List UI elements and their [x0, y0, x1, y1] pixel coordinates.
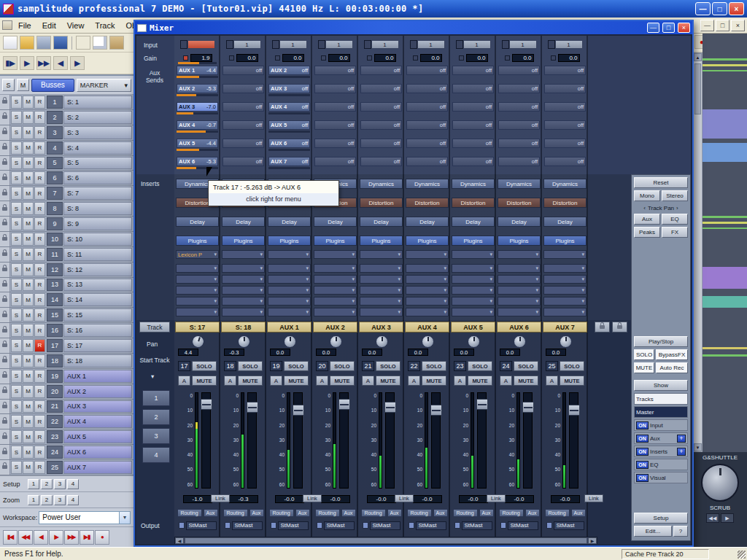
track-solo-button[interactable]: S — [11, 248, 22, 261]
insert-distortion-button[interactable]: Distortion — [360, 198, 403, 208]
output-selector[interactable]: StMast — [358, 520, 404, 531]
chevron-down-icon[interactable]: ▾ — [444, 265, 446, 271]
routing-button[interactable]: Routing — [407, 509, 432, 517]
track-record-button[interactable]: R — [34, 248, 45, 261]
track-name[interactable]: AUX 4 — [63, 415, 132, 428]
child-close-button[interactable]: × — [731, 20, 745, 31]
range-play-icon[interactable]: ▶ — [70, 56, 85, 70]
aux-send[interactable]: off — [220, 101, 266, 117]
lock-icon[interactable] — [0, 141, 10, 155]
track-mute-button[interactable]: M — [23, 370, 34, 383]
stop-icon[interactable]: ◀ — [53, 56, 68, 70]
plugin-slot[interactable]: ▾ — [406, 250, 449, 259]
lock-icon[interactable] — [612, 322, 627, 332]
insert-dynamics-button[interactable]: Dynamics — [452, 179, 495, 189]
solo-button[interactable]: SOLO — [560, 361, 584, 371]
plugin-slot[interactable]: ▾ — [176, 286, 219, 295]
aux-send[interactable]: off — [496, 83, 542, 98]
pan-knob[interactable]: 0.0 — [542, 335, 588, 357]
plugin-slot[interactable]: ▾ — [268, 250, 311, 259]
mute-button[interactable]: MUTE — [514, 376, 538, 386]
setup-preset-button[interactable]: 4 — [67, 479, 79, 489]
insert-plugins-button[interactable]: Plugins — [406, 236, 449, 246]
chevron-down-icon[interactable]: ▾ — [214, 309, 217, 315]
chevron-down-icon[interactable]: ▾ — [260, 287, 263, 293]
setup-preset-button[interactable]: 3 — [54, 479, 66, 489]
eq-view-button[interactable]: EQ — [662, 214, 688, 225]
track-solo-button[interactable]: S — [11, 400, 22, 413]
gain-field[interactable]: 0.0 — [358, 52, 404, 63]
lock-icon[interactable] — [0, 156, 10, 171]
aux-send[interactable]: AUX 3off — [266, 83, 312, 98]
track-record-button[interactable]: R — [34, 96, 45, 109]
mute-button[interactable]: MUTE — [376, 376, 400, 386]
insert-delay-button[interactable]: Delay — [268, 217, 311, 227]
insert-delay-button[interactable]: Delay — [222, 217, 265, 227]
minimize-button[interactable]: — — [695, 2, 711, 15]
track-record-button[interactable]: R — [34, 157, 45, 170]
step-back-button[interactable]: ◀ — [34, 530, 48, 545]
input-selector[interactable]: 1 — [404, 39, 450, 50]
show-item-master[interactable]: Master — [634, 406, 688, 418]
plugin-slot[interactable]: ▾ — [452, 275, 495, 284]
chevron-down-icon[interactable]: ▾ — [398, 265, 400, 271]
chevron-down-icon[interactable]: ▾ — [306, 276, 309, 282]
solo-button[interactable]: SOLO — [238, 361, 263, 371]
track-mute-button[interactable]: M — [23, 430, 34, 443]
dropdown-arrow-icon[interactable] — [180, 40, 187, 49]
aux-send[interactable]: AUX 2-5.3 — [174, 83, 220, 98]
chevron-down-icon[interactable]: ▾ — [260, 276, 263, 282]
plugin-slot[interactable]: ▾ — [543, 286, 587, 295]
channel-fader[interactable]: 0102030405060 — [358, 390, 404, 492]
plugin-slot[interactable]: ▾ — [314, 264, 357, 273]
plugin-slot[interactable]: ▾ — [176, 275, 219, 284]
link-button[interactable]: Link — [487, 494, 506, 502]
mute-all-button[interactable]: M — [17, 79, 29, 91]
automation-button[interactable]: A — [270, 376, 282, 386]
plugin-slot[interactable]: ▾ — [543, 275, 587, 284]
aux-send[interactable]: off — [404, 83, 450, 98]
link-button[interactable]: Link — [211, 494, 230, 502]
lock-icon[interactable] — [0, 217, 10, 231]
chevron-down-icon[interactable]: ▾ — [306, 252, 309, 257]
aux-send[interactable]: off — [312, 120, 358, 135]
plugin-slot[interactable]: ▾ — [406, 264, 449, 273]
plugin-slot[interactable]: ▾ — [498, 308, 541, 316]
routing-button[interactable]: Routing — [269, 509, 294, 517]
chevron-down-icon[interactable]: ▾ — [214, 265, 217, 271]
workspace-select[interactable]: Power User ▾ — [39, 511, 131, 524]
track-mute-button[interactable]: M — [23, 202, 34, 215]
gain-field[interactable]: 0.0 — [220, 52, 266, 63]
plugin-slot[interactable]: ▾ — [314, 308, 357, 316]
channel-fader[interactable]: 0102030405060 — [266, 390, 312, 492]
mixer-close-button[interactable]: × — [678, 23, 690, 33]
channel-fader[interactable]: 0102030405060 — [220, 390, 266, 492]
track-mute-button[interactable]: M — [23, 308, 34, 322]
dropdown-arrow-icon[interactable] — [364, 40, 371, 49]
insert-dynamics-button[interactable]: Dynamics — [360, 179, 403, 189]
chevron-down-icon[interactable]: ▾ — [535, 265, 538, 271]
track-name[interactable]: AUX 5 — [63, 430, 132, 443]
pan-knob[interactable]: 0.0 — [312, 335, 358, 357]
scroll-left-icon[interactable]: ◀ — [175, 537, 184, 544]
aux-button[interactable]: Aux — [387, 509, 402, 517]
mixer-titlebar[interactable]: Mixer — □ × — [135, 21, 692, 34]
child-minimize-button[interactable]: — — [700, 20, 714, 31]
cut-icon[interactable] — [76, 36, 90, 50]
show-item-eq[interactable]: ONEQ — [634, 459, 688, 470]
channel-fader[interactable]: 0102030405060 — [450, 390, 496, 492]
track-record-button[interactable]: R — [34, 385, 45, 398]
track-solo-button[interactable]: S — [11, 111, 22, 124]
mixer-preset-button[interactable]: 2 — [142, 409, 170, 425]
insert-distortion-button[interactable]: Distortion — [543, 198, 587, 208]
aux-button[interactable]: Aux — [571, 509, 586, 517]
track-name[interactable]: S: 3 — [63, 126, 132, 139]
track-mute-button[interactable]: M — [23, 461, 34, 474]
track-name[interactable]: AUX 7 — [63, 461, 132, 474]
solo-button[interactable]: SOLO — [514, 361, 538, 371]
track-solo-button[interactable]: S — [11, 202, 22, 215]
fader-handle[interactable] — [384, 402, 396, 413]
unlock-icon[interactable] — [595, 322, 610, 332]
link-button[interactable]: Link — [584, 494, 603, 502]
track-name[interactable]: S: 2 — [63, 111, 132, 124]
